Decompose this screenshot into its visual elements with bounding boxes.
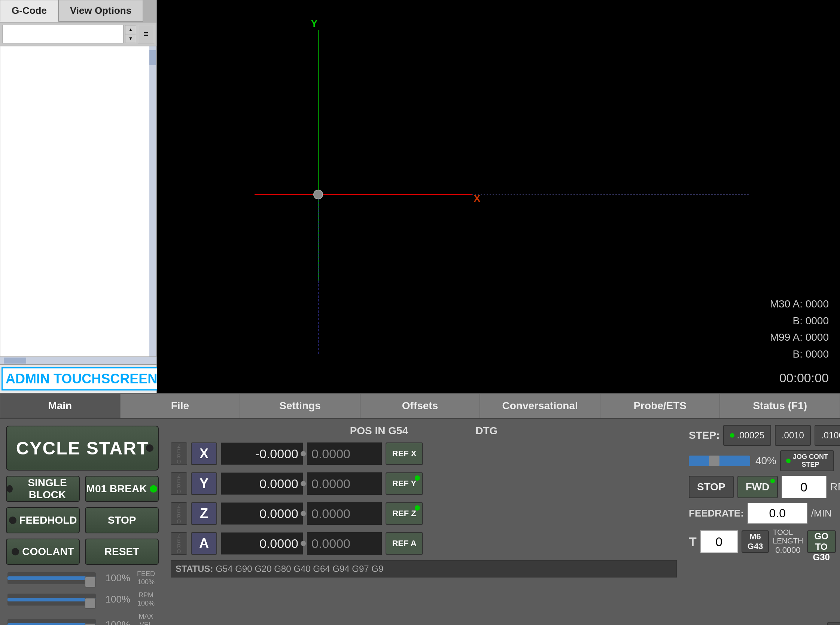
maxvel-slider-container [8,619,96,625]
rpm-pct: 100% [100,594,130,605]
m01-break-indicator [150,485,157,493]
a-pos-dot [301,541,306,546]
a-axis-row: ZERO A 0.0000 0.0000 REF A [171,530,677,557]
m6-g43-button[interactable]: M6 G43 [742,530,769,553]
view-info-line2: B: 0000 [770,312,829,330]
x-axis-button[interactable]: X [191,443,217,465]
rpm-slider[interactable] [8,594,96,606]
a-ref-button[interactable]: REF A [386,532,423,555]
reset-button[interactable]: RESET [85,539,159,565]
spinner-up[interactable]: ▲ [125,25,136,34]
rpm-label: RPM 100% [135,591,157,608]
jog-slider[interactable] [689,456,750,466]
feedhold-button[interactable]: FEEDHOLD [6,507,80,533]
rpm-slider-container [8,594,96,606]
jog-dot [786,459,790,463]
feed-slider[interactable] [8,572,96,584]
cycle-start-indicator [146,444,153,452]
a-zero-button[interactable]: ZERO [171,532,187,555]
y-ref-button[interactable]: REF Y [386,473,423,495]
spindle-fwd-button[interactable]: FWD [737,476,778,498]
admin-input[interactable] [2,367,184,390]
y-pos-value: 0.0000 [221,473,303,495]
tool-t-label: T [689,535,697,549]
left-control-panel: CYCLE START SINGLE BLOCK M01 BREAK FEEDH… [0,419,165,625]
h-scroll-thumb [4,358,26,364]
x-dtg-value: 0.0000 [307,443,382,465]
tab-view-options[interactable]: View Options [58,0,143,22]
cycle-start-button[interactable]: CYCLE START [6,426,159,471]
right-panel: STEP: .00025 .0010 .0100 .1000 40% JOG C… [683,419,840,625]
dtg-label: DTG [475,425,497,437]
maxvel-slider[interactable] [8,619,96,625]
bottom-section: CYCLE START SINGLE BLOCK M01 BREAK FEEDH… [0,419,840,625]
status-bar: STATUS: G54 G90 G20 G80 G40 G64 G94 G97 … [171,560,677,577]
step-0010-button[interactable]: .0010 [775,425,811,446]
x-zero-button[interactable]: ZERO [171,443,187,465]
feed-slider-row: 100% FEED 100% [6,570,159,586]
spinner-down[interactable]: ▼ [125,34,136,43]
y-ref-dot [415,476,420,480]
gcode-input[interactable] [2,25,123,44]
tab-offsets[interactable]: Offsets [360,393,480,418]
single-block-indicator [7,485,13,493]
gcode-input-row: ▲ ▼ ≡ [0,22,156,46]
tab-conversational[interactable]: Conversational [480,393,600,418]
step-00025-dot [730,433,734,438]
z-zero-button[interactable]: ZERO [171,502,187,525]
m01-break-button[interactable]: M01 BREAK [85,476,159,502]
tool-row: T M6 G43 TOOL LENGTH 0.0000 GO TO G30 [689,528,834,555]
z-axis-row: ZERO Z 0.0000 0.0000 REF Z [171,501,677,527]
coolant-button[interactable]: COOLANT [6,539,80,565]
jog-cont-step-button[interactable]: JOG CONT STEP [780,450,834,471]
a-axis-button[interactable]: A [191,532,217,555]
status-label: STATUS: [176,564,213,574]
left-tab-bar: G-Code View Options [0,0,156,22]
tool-length-label: TOOL LENGTH [773,528,803,545]
a-dtg-value: 0.0000 [307,532,382,555]
y-axis-row: ZERO Y 0.0000 0.0000 REF Y [171,471,677,497]
tab-status[interactable]: Status (F1) [720,393,840,418]
y-axis-button[interactable]: Y [191,473,217,495]
tab-gcode[interactable]: G-Code [0,0,58,22]
z-ref-button[interactable]: REF Z [386,502,423,525]
pos-in-g54-label: POS IN G54 [350,425,408,437]
svg-text:Y: Y [311,17,318,29]
y-zero-button[interactable]: ZERO [171,473,187,495]
z-axis-button[interactable]: Z [191,502,217,525]
jog-pct: 40% [754,455,776,467]
main-tab-bar: Main File Settings Offsets Conversationa… [0,393,840,419]
single-block-button[interactable]: SINGLE BLOCK [6,476,80,502]
feedrate-input[interactable] [748,503,807,524]
step-label: STEP: [689,429,720,442]
jog-slider-row: 40% JOG CONT STEP [689,450,834,471]
gcode-text-area [0,46,156,357]
goto-g30-button[interactable]: GO TO G30 [807,530,836,553]
pathpilot-row: PathPilot® XSTECHROUTERSM V2.4.0 EXIT [689,622,834,625]
x-ref-button[interactable]: REF X [386,443,423,465]
tab-file[interactable]: File [120,393,240,418]
spindle-stop-button[interactable]: STOP [689,476,734,498]
left-panel: G-Code View Options ▲ ▼ ≡ [0,0,157,393]
rpm-input[interactable] [782,476,826,498]
menu-button[interactable]: ≡ [138,25,154,44]
tool-number-input[interactable] [700,530,738,553]
z-pos-value: 0.0000 [221,502,303,525]
stop-button[interactable]: STOP [85,507,159,533]
step-0100-button[interactable]: .0100 [815,425,840,446]
tab-settings[interactable]: Settings [240,393,360,418]
feedrate-row: FEEDRATE: /MIN [689,503,834,524]
tool-length-value: 0.0000 [775,545,800,555]
step-00025-button[interactable]: .00025 [723,425,771,446]
vertical-scrollbar[interactable] [150,47,156,356]
coolant-indicator [12,548,19,555]
axis-lines-svg: Y X [157,0,840,393]
horizontal-scrollbar[interactable] [0,357,156,364]
tab-main[interactable]: Main [0,393,120,418]
tab-probe-ets[interactable]: Probe/ETS [600,393,720,418]
maxvel-label: MAX VEL 100% [135,613,157,625]
exit-button[interactable]: EXIT [827,622,840,625]
x-axis-row: ZERO X -0.0000 0.0000 REF X [171,441,677,467]
view-info-line4: B: 0000 [770,346,829,363]
time-display: 00:00:00 [779,371,829,385]
